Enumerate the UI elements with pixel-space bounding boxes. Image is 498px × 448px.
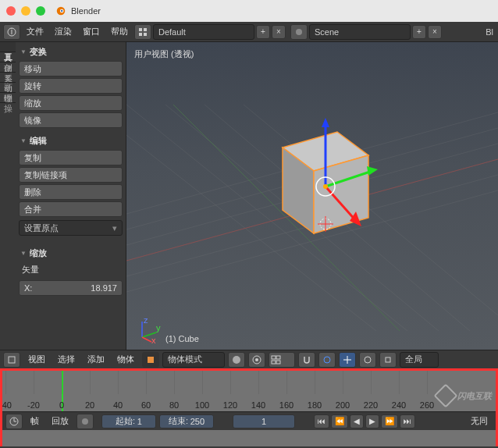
tl-keyframe-next-button[interactable]: ⏩: [381, 414, 398, 428]
shading-solid-icon[interactable]: [228, 352, 245, 368]
layout-remove-button[interactable]: ×: [272, 25, 286, 39]
info-editor-icon[interactable]: i: [3, 24, 20, 40]
svg-line-41: [142, 337, 151, 342]
svg-rect-7: [139, 33, 142, 36]
set-origin-dropdown[interactable]: 设置原点: [19, 220, 123, 236]
close-window-button[interactable]: [6, 6, 16, 16]
menu-window[interactable]: 窗口: [78, 23, 105, 41]
duplicate-button[interactable]: 复制: [19, 150, 123, 165]
edit-header[interactable]: 编辑: [17, 133, 124, 148]
timeline-tick: 100: [195, 400, 209, 410]
tl-play-button[interactable]: ▶: [365, 414, 379, 428]
transform-header[interactable]: 变换: [17, 44, 124, 59]
viewport-object-label: (1) Cube: [165, 334, 199, 343]
tl-playback-menu[interactable]: 回放: [47, 412, 73, 430]
translate-button[interactable]: 移动: [19, 61, 123, 76]
vh-select[interactable]: 选择: [53, 350, 80, 368]
join-button[interactable]: 合并: [19, 201, 123, 217]
tl-jump-start-button[interactable]: ⏮: [314, 414, 329, 428]
layout-add-button[interactable]: +: [256, 25, 270, 39]
tl-end-field[interactable]: 结束: 250: [159, 414, 214, 428]
svg-text:i: i: [11, 27, 12, 36]
svg-rect-51: [276, 361, 280, 364]
tl-play-reverse-button[interactable]: ◀: [350, 414, 364, 428]
tab-create[interactable]: 创建: [0, 52, 16, 62]
scene-remove-button[interactable]: ×: [428, 25, 442, 39]
top-menubar: i 文件 渲染 窗口 帮助 Default + × Scene + × Bl: [0, 22, 498, 42]
tab-tools[interactable]: 工具: [0, 42, 16, 52]
scale-panel-title: 缩放: [30, 247, 47, 259]
rotate-button[interactable]: 旋转: [19, 78, 123, 94]
tl-end-label: 结束:: [169, 415, 188, 427]
timeline-editor-icon[interactable]: [5, 414, 23, 429]
svg-point-9: [296, 29, 302, 35]
set-origin-label: 设置原点: [24, 222, 59, 234]
svg-text:x: x: [151, 336, 156, 343]
delete-button[interactable]: 删除: [19, 184, 123, 200]
snap-magnet-icon[interactable]: [298, 352, 315, 368]
duplicate-linked-button[interactable]: 复制链接项: [19, 167, 123, 183]
orientation-selector[interactable]: 全局: [400, 352, 439, 368]
tl-nosync-label[interactable]: 无同: [466, 412, 493, 430]
zoom-window-button[interactable]: [36, 6, 45, 16]
timeline-tick: 220: [364, 400, 378, 410]
svg-rect-5: [139, 28, 142, 31]
proportional-edit-icon[interactable]: [318, 352, 336, 368]
pivot-icon[interactable]: [248, 352, 265, 368]
viewport-canvas[interactable]: z y x 用户视图 (透视) (1) Cube: [126, 42, 498, 350]
layers-icon[interactable]: [269, 352, 295, 368]
svg-point-2: [61, 10, 62, 12]
mode-selector[interactable]: 物体模式: [162, 352, 225, 368]
tab-physics[interactable]: 物理: [0, 83, 16, 93]
timeline-tick: 140: [251, 400, 265, 410]
timeline-tick: 180: [308, 400, 322, 410]
timeline-tick: -20: [27, 400, 40, 410]
timeline-tick: 40: [113, 400, 123, 410]
menu-help[interactable]: 帮助: [106, 23, 133, 41]
manipulator-scale-icon[interactable]: [379, 352, 397, 368]
tab-animation[interactable]: 动画: [0, 73, 16, 83]
scale-panel-header[interactable]: 缩放: [17, 245, 124, 261]
tab-operator[interactable]: 操: [0, 93, 16, 103]
menu-file[interactable]: 文件: [22, 23, 48, 41]
vh-object[interactable]: 物体: [112, 350, 139, 368]
svg-point-52: [324, 357, 330, 363]
svg-point-58: [82, 418, 88, 425]
tl-current-value: 1: [261, 417, 266, 426]
scene-icon[interactable]: [290, 24, 308, 40]
orientation-label: 全局: [405, 354, 422, 365]
timeline-tick: 160: [279, 400, 293, 410]
window-controls: [6, 6, 45, 16]
timeline-track[interactable]: -40-200204060801001201401601802002202402…: [2, 371, 496, 411]
watermark: 闪电互联: [437, 387, 492, 404]
minimize-window-button[interactable]: [21, 6, 30, 16]
tl-keyframe-prev-button[interactable]: ⏪: [331, 414, 348, 428]
vh-view[interactable]: 视图: [23, 350, 50, 368]
mode-icon[interactable]: [142, 352, 159, 368]
scene-selector[interactable]: Scene: [309, 24, 411, 40]
tl-sync-icon[interactable]: [76, 414, 94, 429]
tl-current-field[interactable]: 1: [233, 414, 295, 428]
timeline-tick: 120: [223, 400, 237, 410]
editor-type-icon[interactable]: [3, 352, 20, 368]
layout-grid-icon[interactable]: [134, 24, 151, 40]
vh-add[interactable]: 添加: [83, 350, 109, 368]
tl-frame-menu[interactable]: 帧: [26, 412, 44, 430]
menu-render[interactable]: 渲染: [50, 23, 76, 41]
tl-jump-end-button[interactable]: ⏭: [400, 414, 415, 428]
scale-button[interactable]: 缩放: [19, 95, 123, 111]
viewport-cube[interactable]: [259, 116, 392, 257]
manipulator-translate-icon[interactable]: [339, 352, 356, 368]
manipulator-rotate-icon[interactable]: [359, 352, 376, 368]
scale-x-field[interactable]: X: 18.917: [19, 280, 123, 296]
scale-x-label: X:: [24, 283, 32, 293]
layout-label: Default: [158, 27, 186, 37]
viewport-3d[interactable]: z y x 用户视图 (透视) (1) Cube: [126, 42, 498, 350]
layout-selector[interactable]: Default: [153, 24, 254, 40]
scene-add-button[interactable]: +: [412, 25, 426, 39]
tl-start-field[interactable]: 起始: 1: [101, 414, 156, 428]
svg-text:y: y: [156, 323, 161, 332]
mirror-button[interactable]: 镜像: [19, 112, 123, 128]
svg-text:z: z: [144, 317, 148, 325]
tab-relations[interactable]: 关系: [0, 62, 16, 73]
